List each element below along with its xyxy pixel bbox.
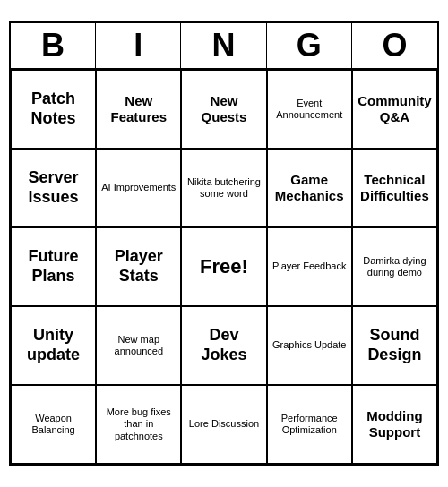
bingo-cell-21: More bug fixes than in patchnotes (96, 385, 181, 464)
bingo-header: BINGO (11, 23, 437, 70)
bingo-cell-15: Unity update (11, 306, 96, 385)
bingo-cell-8: Game Mechanics (267, 149, 352, 227)
bingo-cell-20: Weapon Balancing (11, 385, 96, 464)
bingo-card: BINGO Patch NotesNew FeaturesNew QuestsE… (9, 21, 439, 466)
bingo-cell-9: Technical Difficulties (352, 149, 437, 227)
bingo-cell-18: Graphics Update (267, 306, 352, 385)
bingo-cell-10: Future Plans (11, 227, 96, 306)
bingo-cell-16: New map announced (96, 306, 181, 385)
bingo-letter-n: N (181, 23, 266, 68)
bingo-cell-19: Sound Design (352, 306, 437, 385)
bingo-cell-4: Community Q&A (352, 70, 437, 149)
bingo-cell-7: Nikita butchering some word (181, 149, 266, 227)
bingo-letter-g: G (267, 23, 352, 68)
bingo-cell-5: Server Issues (11, 149, 96, 227)
bingo-letter-b: B (11, 23, 96, 68)
bingo-letter-o: O (352, 23, 437, 68)
bingo-cell-12: Free! (181, 227, 266, 306)
bingo-grid: Patch NotesNew FeaturesNew QuestsEvent A… (11, 70, 437, 464)
bingo-cell-3: Event Announcement (267, 70, 352, 149)
bingo-cell-6: AI Improvements (96, 149, 181, 227)
bingo-cell-1: New Features (96, 70, 181, 149)
bingo-cell-2: New Quests (181, 70, 266, 149)
bingo-letter-i: I (96, 23, 181, 68)
bingo-cell-22: Lore Discussion (181, 385, 266, 464)
bingo-cell-14: Damirka dying during demo (352, 227, 437, 306)
bingo-cell-13: Player Feedback (267, 227, 352, 306)
bingo-cell-17: Dev Jokes (181, 306, 266, 385)
bingo-cell-23: Performance Optimization (267, 385, 352, 464)
bingo-cell-0: Patch Notes (11, 70, 96, 149)
bingo-cell-11: Player Stats (96, 227, 181, 306)
bingo-cell-24: Modding Support (352, 385, 437, 464)
